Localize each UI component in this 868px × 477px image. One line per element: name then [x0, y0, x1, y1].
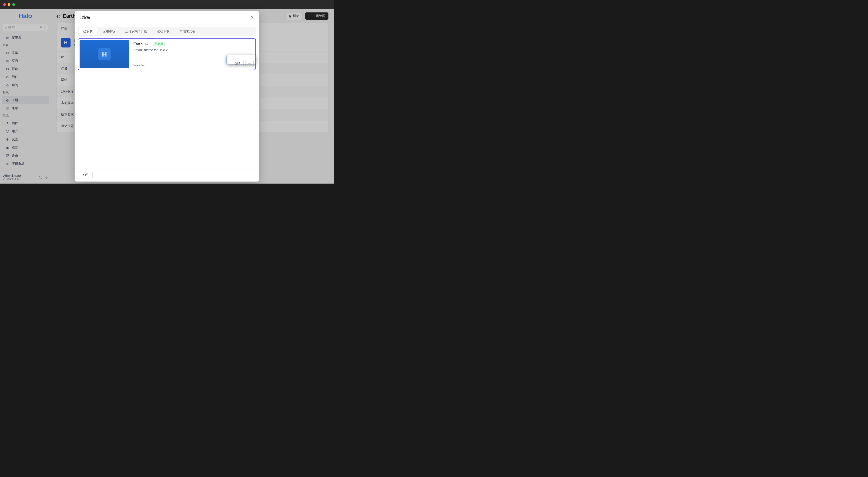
- window-titlebar: [0, 0, 334, 9]
- ellipsis-icon: ⋯: [248, 62, 251, 65]
- modal-tab-remote[interactable]: 远程下载: [152, 28, 174, 35]
- select-theme-button[interactable]: 选择: [231, 60, 244, 67]
- modal-tab-installed[interactable]: 已安装: [79, 28, 97, 35]
- modal-tab-upload[interactable]: 上传安装 / 升级: [121, 28, 151, 35]
- theme-card-version: 1.7.1: [145, 42, 151, 46]
- modal-close-footer-button[interactable]: 关闭: [78, 171, 93, 179]
- theme-card-main: Earth 1.7.1 已启用 Default theme for Halo 2…: [133, 40, 254, 68]
- enabled-badge: 已启用: [153, 41, 165, 46]
- modal-tab-local-uninstalled[interactable]: 本地未安装: [175, 28, 200, 35]
- theme-preview-logo: H: [98, 48, 111, 60]
- close-icon: ✕: [250, 15, 254, 20]
- modal-tabs: 已安装 应用市场 上传安装 / 升级 远程下载 本地未安装: [78, 27, 256, 36]
- theme-card-author: halo-dev: [133, 63, 145, 67]
- maximize-window-icon[interactable]: [12, 3, 15, 6]
- modal-close-button[interactable]: ✕: [250, 15, 254, 20]
- close-window-icon[interactable]: [3, 3, 6, 6]
- installed-themes-modal: 已安装 ✕ 已安装 应用市场 上传安装 / 升级 远程下载 本地未安装 H Ea…: [74, 11, 259, 182]
- modal-footer: 关闭: [74, 168, 259, 182]
- minimize-window-icon[interactable]: [8, 3, 10, 6]
- modal-body: H Earth 1.7.1 已启用 Default theme for Halo…: [74, 36, 259, 168]
- theme-card[interactable]: H Earth 1.7.1 已启用 Default theme for Halo…: [78, 38, 256, 70]
- theme-card-name: Earth: [133, 42, 143, 46]
- modal-title: 已安装: [80, 15, 90, 20]
- modal-tab-market[interactable]: 应用市场: [98, 28, 120, 35]
- theme-card-description: Default theme for Halo 2.0: [133, 48, 254, 52]
- theme-more-button[interactable]: ⋯: [246, 60, 254, 67]
- theme-preview: H: [80, 40, 129, 68]
- modal-header: 已安装 ✕: [74, 11, 259, 24]
